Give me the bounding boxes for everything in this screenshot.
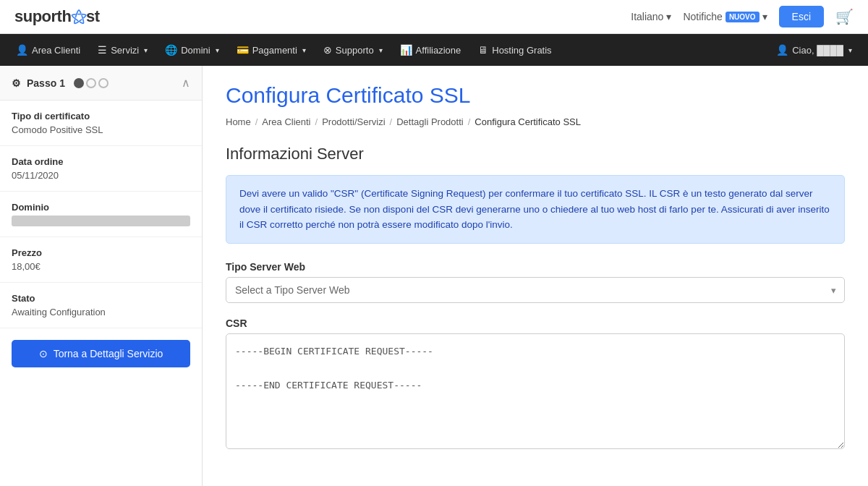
step-dot-1 (74, 78, 84, 88)
breadcrumb-current: Configura Certificato SSL (475, 116, 581, 127)
tipo-label: Tipo di certificato (12, 111, 190, 122)
nuovo-badge: NUOVO (726, 12, 760, 22)
breadcrumb-area-clienti[interactable]: Area Clienti (262, 116, 310, 127)
nav-item-affiliazione[interactable]: 📊 Affiliazione (391, 34, 470, 66)
tipo-value: Comodo Positive SSL (12, 124, 190, 135)
hosting-gratis-icon: 🖥 (478, 44, 488, 56)
supporto-chevron-icon: ▾ (379, 46, 383, 54)
nav-item-ciao[interactable]: 👤 Ciao, ████ ▾ (767, 34, 861, 66)
stato-label: Stato (12, 293, 190, 304)
step-gear-icon: ⚙ (12, 77, 21, 89)
torna-circle-icon: ⊙ (39, 348, 48, 359)
user-account-icon: 👤 (776, 44, 788, 56)
servizi-icon: ☰ (98, 44, 107, 56)
top-bar: suporth⚝st Italiano ▾ Notifiche NUOVO ▾ … (0, 0, 868, 34)
dominio-value: ██████████████ (12, 216, 190, 226)
torna-button[interactable]: ⊙ Torna a Dettagli Servizio (12, 340, 190, 367)
top-bar-right: Italiano ▾ Notifiche NUOVO ▾ Esci 🛒 (631, 6, 854, 27)
stato-value: Awaiting Configuration (12, 307, 190, 317)
tipo-server-select[interactable]: Select a Tipo Server Web Apache Nginx II… (226, 277, 845, 303)
esci-button[interactable]: Esci (779, 6, 824, 27)
step-dot-3 (98, 78, 109, 88)
nav-label-affiliazione: Affiliazione (416, 45, 461, 56)
prezzo-label: Prezzo (12, 247, 190, 258)
nav-bar: 👤 Area Clienti ☰ Servizi ▾ 🌐 Domini ▾ 💳 … (0, 34, 868, 66)
step-dot-2 (86, 78, 96, 88)
nav-item-servizi[interactable]: ☰ Servizi ▾ (89, 34, 156, 66)
nav-label-area-clienti: Area Clienti (32, 45, 80, 56)
main-content: Configura Certificato SSL Home / Area Cl… (203, 66, 868, 486)
nav-label-domini: Domini (181, 45, 210, 56)
collapse-icon[interactable]: ∧ (182, 76, 190, 90)
logo: suporth⚝st (14, 7, 99, 26)
breadcrumb-dettagli[interactable]: Dettagli Prodotti (396, 116, 464, 127)
torna-label: Torna a Dettagli Servizio (54, 348, 163, 359)
domini-icon: 🌐 (165, 44, 177, 56)
sidebar-header: ⚙ Passo 1 ∧ (0, 66, 202, 101)
breadcrumb-sep-4: / (468, 116, 471, 127)
dominio-label: Dominio (12, 202, 190, 213)
data-label: Data ordine (12, 156, 190, 167)
lang-label: Italiano (631, 11, 663, 22)
nav-item-supporto[interactable]: ⊗ Supporto ▾ (315, 34, 391, 66)
csr-label: CSR (226, 317, 845, 329)
step-label: Passo 1 (27, 77, 65, 89)
data-value: 05/11/2020 (12, 170, 190, 181)
pagamenti-icon: 💳 (237, 44, 249, 56)
lang-chevron-icon: ▾ (666, 11, 671, 22)
nav-item-area-clienti[interactable]: 👤 Area Clienti (7, 34, 89, 66)
sidebar-prezzo-section: Prezzo 18,00€ (0, 237, 202, 283)
nav-label-servizi: Servizi (111, 45, 139, 56)
sidebar: ⚙ Passo 1 ∧ Tipo di certificato Comodo P… (0, 66, 203, 486)
sidebar-dominio-section: Dominio ██████████████ (0, 192, 202, 237)
nav-item-pagamenti[interactable]: 💳 Pagamenti ▾ (228, 34, 315, 66)
page-title: Configura Certificato SSL (226, 83, 845, 108)
breadcrumb-sep-1: / (255, 116, 258, 127)
breadcrumb-prodotti[interactable]: Prodotti/Servizi (322, 116, 385, 127)
notifiche-label: Notifiche (683, 11, 722, 22)
sidebar-stato-section: Stato Awaiting Configuration (0, 283, 202, 328)
nav-label-pagamenti: Pagamenti (252, 45, 297, 56)
supporto-icon: ⊗ (323, 44, 332, 56)
nav-item-domini[interactable]: 🌐 Domini ▾ (156, 34, 227, 66)
nav-label-ciao: Ciao, ████ (792, 45, 843, 56)
servizi-chevron-icon: ▾ (144, 46, 148, 54)
section-title: Informazioni Server (226, 145, 845, 163)
tipo-server-group: Tipo Server Web Select a Tipo Server Web… (226, 261, 845, 303)
nav-item-hosting-gratis[interactable]: 🖥 Hosting Gratis (469, 34, 560, 66)
breadcrumb: Home / Area Clienti / Prodotti/Servizi /… (226, 116, 845, 127)
info-box: Devi avere un valido "CSR" (Certificate … (226, 175, 845, 244)
ciao-chevron-icon: ▾ (848, 46, 852, 54)
notifiche-chevron-icon: ▾ (762, 11, 767, 22)
main-layout: ⚙ Passo 1 ∧ Tipo di certificato Comodo P… (0, 66, 868, 486)
nav-label-hosting-gratis: Hosting Gratis (492, 45, 551, 56)
notifications-button[interactable]: Notifiche NUOVO ▾ (683, 11, 767, 22)
breadcrumb-home[interactable]: Home (226, 116, 251, 127)
cart-icon[interactable]: 🛒 (835, 8, 854, 25)
language-selector[interactable]: Italiano ▾ (631, 11, 671, 22)
prezzo-value: 18,00€ (12, 261, 190, 272)
nav-label-supporto: Supporto (336, 45, 374, 56)
tipo-server-label: Tipo Server Web (226, 261, 845, 273)
sidebar-data-section: Data ordine 05/11/2020 (0, 146, 202, 192)
domini-chevron-icon: ▾ (216, 46, 219, 54)
sidebar-tipo-section: Tipo di certificato Comodo Positive SSL (0, 101, 202, 146)
step-circles (74, 78, 109, 88)
breadcrumb-sep-2: / (315, 116, 318, 127)
sidebar-step: ⚙ Passo 1 (12, 77, 109, 89)
csr-textarea[interactable]: -----BEGIN CERTIFICATE REQUEST----- ----… (226, 333, 845, 449)
affiliazione-icon: 📊 (400, 44, 412, 56)
tipo-server-select-wrap: Select a Tipo Server Web Apache Nginx II… (226, 277, 845, 303)
csr-group: CSR -----BEGIN CERTIFICATE REQUEST----- … (226, 317, 845, 451)
breadcrumb-sep-3: / (390, 116, 393, 127)
logo-cloud: ⚝ (71, 7, 86, 25)
pagamenti-chevron-icon: ▾ (302, 46, 306, 54)
area-clienti-icon: 👤 (16, 44, 28, 56)
